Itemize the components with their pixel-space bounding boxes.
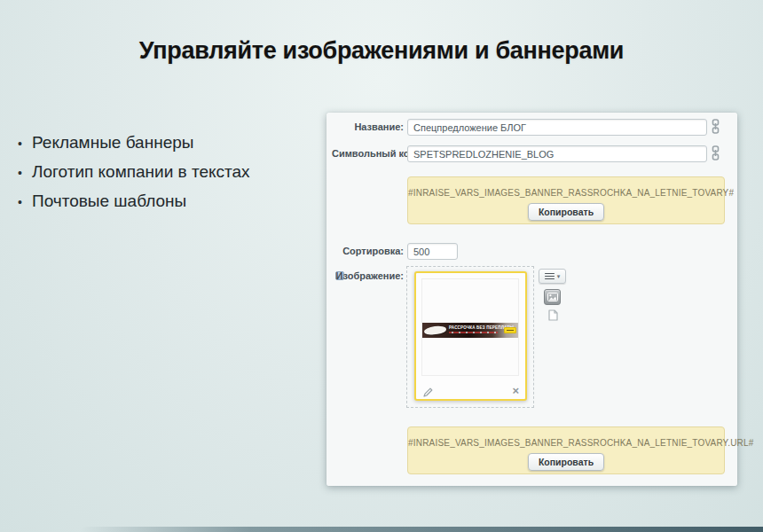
bottom-swoosh-decoration (80, 527, 763, 532)
list-item: • Логотип компании в текстах (18, 162, 311, 192)
bullet-list: • Рекламные баннеры • Логотип компании в… (18, 133, 311, 221)
image-preview: РАССРОЧКА БЕЗ ПЕРЕПЛАТЫ × (414, 271, 527, 401)
sort-field-label: Сортировка: (332, 246, 404, 256)
form-panel: Название: Символьный код: #INRAISE_VARS_… (326, 113, 737, 486)
link-icon[interactable] (711, 145, 721, 161)
name-field-label: Название: (332, 121, 404, 132)
document-icon[interactable] (548, 309, 558, 320)
macro-code-box: #INRAISE_VARS_IMAGES_BANNER_RASSROCHKA_N… (407, 176, 725, 224)
macro-code-text: #INRAISE_VARS_IMAGES_BANNER_RASSROCHKA_N… (408, 188, 724, 198)
image-icon (547, 293, 558, 301)
macro-url-box: #INRAISE_VARS_IMAGES_BANNER_RASSROCHKA_N… (407, 426, 725, 474)
banner-image: РАССРОЧКА БЕЗ ПЕРЕПЛАТЫ (422, 323, 519, 338)
hamburger-icon (545, 271, 555, 281)
chevron-down-icon: ▾ (557, 273, 561, 279)
name-input[interactable] (407, 119, 707, 136)
delete-icon[interactable]: × (512, 385, 519, 397)
bullet-text: Почтовые шаблоны (32, 192, 186, 211)
bullet-icon: • (18, 195, 32, 209)
edit-icon[interactable] (423, 385, 433, 395)
copy-button[interactable]: Копировать (528, 453, 604, 471)
bullet-icon: • (18, 137, 32, 151)
image-file-button[interactable] (544, 289, 561, 305)
code-field-label: Символьный код: (332, 148, 404, 159)
list-item: • Рекламные баннеры (18, 133, 311, 162)
bullet-icon: • (18, 166, 32, 180)
link-icon[interactable] (711, 119, 721, 135)
bullet-text: Логотип компании в текстах (32, 162, 250, 182)
banner-product-image (424, 325, 447, 336)
sort-input[interactable] (407, 243, 458, 260)
macro-url-text: #INRAISE_VARS_IMAGES_BANNER_RASSROCHKA_N… (408, 438, 724, 448)
code-input[interactable] (407, 145, 707, 162)
bullet-text: Рекламные баннеры (32, 133, 193, 153)
image-field-label: Изображение: (332, 270, 404, 281)
banner-subtitle (449, 332, 498, 333)
banner-cta-button (504, 327, 516, 333)
page-title: Управляйте изображениями и баннерами (0, 37, 763, 65)
copy-button[interactable]: Копировать (528, 203, 604, 221)
list-item: • Почтовые шаблоны (18, 192, 311, 221)
banner-thumbnail: РАССРОЧКА БЕЗ ПЕРЕПЛАТЫ (421, 278, 519, 376)
image-menu-button[interactable]: ▾ (539, 269, 566, 284)
